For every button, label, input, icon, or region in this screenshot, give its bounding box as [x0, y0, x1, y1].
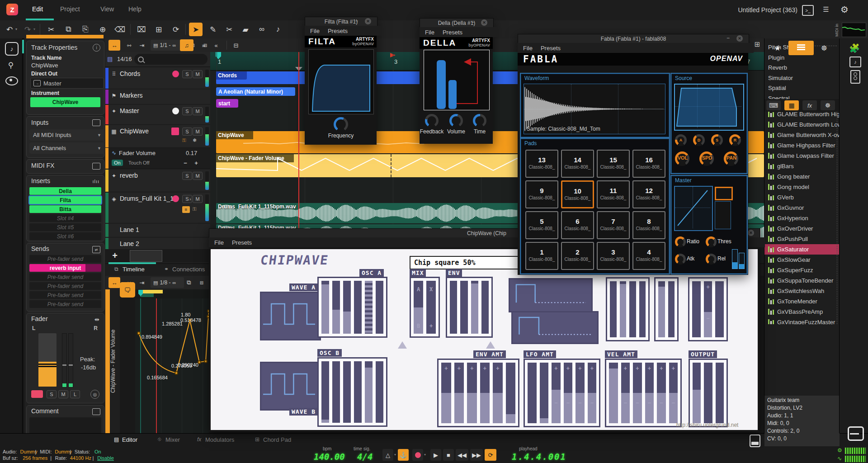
- vslider[interactable]: [609, 363, 618, 423]
- filter-midi-icon[interactable]: ☸: [821, 100, 835, 110]
- track-name-value[interactable]: ChipWave: [31, 62, 58, 69]
- menu-edit[interactable]: Edit: [32, 5, 43, 15]
- menu-file[interactable]: File: [214, 239, 224, 246]
- duplicate-button[interactable]: ⊕: [96, 23, 109, 36]
- scripting-terminal-icon[interactable]: >_: [802, 5, 814, 16]
- lock-icon[interactable]: ⚿: [193, 206, 199, 213]
- send-slot[interactable]: Pre-fader send: [29, 300, 101, 308]
- category-spatial[interactable]: Spatial: [768, 85, 786, 91]
- track-color-box[interactable]: [171, 128, 179, 135]
- editor-fit-button[interactable]: ↔: [108, 277, 120, 288]
- preset-selector[interactable]: Chip square 50%: [410, 256, 523, 269]
- bottomtab-modulators[interactable]: Modulators: [205, 436, 234, 443]
- edit-tool-button[interactable]: ✎: [206, 23, 220, 36]
- vslider[interactable]: [639, 281, 646, 337]
- track-search-input[interactable]: [134, 54, 208, 65]
- snap-setting-top[interactable]: ▤1/1 -∞: [151, 40, 184, 51]
- direct-out-selector[interactable]: →Master: [30, 78, 104, 89]
- vslider[interactable]: +: [454, 363, 464, 423]
- track-row-drums-full-kit-1-11[interactable]: ◈Drums_Full Kit 1_11SM›≡⚿: [105, 193, 210, 223]
- plugin-item-glame-lowpass-filter[interactable]: Glame Lowpass Filter: [764, 151, 840, 161]
- redo-button[interactable]: ↷: [21, 23, 34, 36]
- insert-slot[interactable]: Slot #6: [29, 232, 101, 240]
- track-inspector-icon[interactable]: ♪: [5, 42, 19, 56]
- vslider[interactable]: +: [441, 363, 451, 423]
- add-track-button[interactable]: +: [110, 250, 120, 260]
- record-indicator[interactable]: [172, 71, 179, 77]
- vslider[interactable]: [332, 361, 340, 423]
- undo-button[interactable]: ↶: [3, 23, 16, 36]
- knob-time[interactable]: [473, 114, 486, 128]
- vslider[interactable]: +: [467, 363, 477, 423]
- mute-button[interactable]: M: [193, 195, 203, 203]
- automation-remove-button[interactable]: −: [181, 160, 189, 166]
- timeline-zoom-icon[interactable]: ⇿: [123, 40, 135, 51]
- plugin-item-gxsuperfuzz[interactable]: GxSuperFuzz: [764, 265, 840, 275]
- vslider[interactable]: [506, 363, 516, 423]
- window-titlebar[interactable]: Fabla (Fabla #1) - fabla808: [518, 34, 749, 44]
- browser-tab-files-icon[interactable]: [788, 41, 814, 55]
- cut-tool-button[interactable]: ✂: [222, 23, 236, 36]
- menu-help[interactable]: Help: [128, 5, 142, 15]
- tab-connections[interactable]: Connections: [172, 266, 205, 273]
- automation-point[interactable]: [204, 359, 208, 363]
- menu-project[interactable]: Project: [60, 5, 80, 15]
- vslider[interactable]: X+: [426, 281, 436, 334]
- vslider[interactable]: +−: [657, 363, 666, 423]
- record-caret[interactable]: ▾: [424, 453, 426, 457]
- knob-adsr-r[interactable]: R: [729, 134, 741, 146]
- fader-l-button[interactable]: L: [70, 390, 80, 398]
- playhead-display[interactable]: 1.4.4.001: [512, 452, 566, 462]
- marker-start[interactable]: start: [216, 99, 238, 108]
- solo-button[interactable]: S: [182, 128, 192, 136]
- menu-file[interactable]: File: [310, 28, 320, 34]
- plugin-item-gxpushpull[interactable]: GxPushPull: [764, 234, 840, 244]
- vslider[interactable]: [528, 363, 537, 423]
- automation-point[interactable]: [137, 331, 141, 335]
- record-indicator[interactable]: [172, 108, 179, 114]
- plugin-item-glbars[interactable]: glBars: [764, 161, 840, 171]
- track-visibility-button[interactable]: ⊟: [230, 40, 242, 51]
- knob-atk[interactable]: [675, 254, 686, 265]
- plugin-item-gxsaturator[interactable]: GxSaturator: [764, 244, 840, 255]
- mute-button[interactable]: M: [193, 107, 203, 115]
- pad-14[interactable]: 14Classic-808_: [561, 150, 594, 178]
- window-minimize-icon[interactable]: −: [726, 36, 732, 41]
- plugin-item-gxguvnor[interactable]: GxGuvnor: [764, 203, 840, 213]
- select-tool-button[interactable]: ➤: [189, 23, 203, 36]
- plugin-item-glame-butterworth-hig[interactable]: GLAME Butterworth Hig: [764, 112, 840, 119]
- vslider[interactable]: [481, 281, 489, 334]
- window-minimize-icon[interactable]: −: [471, 20, 476, 25]
- freeze-snowflake-icon[interactable]: ❄: [193, 137, 199, 144]
- pad-7[interactable]: 7Classic-808_: [597, 211, 630, 239]
- track-row-master[interactable]: ✦MasterSM: [105, 105, 210, 125]
- tab-timeline[interactable]: Timeline: [123, 266, 145, 273]
- vslider[interactable]: +−: [552, 363, 561, 423]
- vslider[interactable]: [716, 363, 724, 423]
- plugin-item-gxswitchlesswah[interactable]: GxSwitchlessWah: [764, 286, 840, 296]
- record-indicator[interactable]: [172, 195, 179, 202]
- fader-track[interactable]: [38, 333, 57, 387]
- category-simulator[interactable]: Simulator: [768, 75, 793, 81]
- filter-effects-icon[interactable]: ▦: [784, 100, 799, 110]
- fader-s-button[interactable]: S: [47, 390, 57, 398]
- pad-5[interactable]: 5Classic-808_: [525, 211, 558, 239]
- vslider[interactable]: [540, 363, 549, 423]
- vslider[interactable]: [354, 361, 362, 423]
- vslider[interactable]: +−: [576, 363, 585, 423]
- plugin-item-gxtonemender[interactable]: GxToneMender: [764, 296, 840, 307]
- automation-mode-off[interactable]: Off: [141, 160, 151, 166]
- vslider[interactable]: [629, 281, 636, 337]
- menu-file[interactable]: File: [425, 29, 434, 36]
- fader-handle[interactable]: [38, 362, 57, 387]
- insert-slot[interactable]: Bitta: [29, 205, 101, 213]
- visibility-eye-icon[interactable]: [5, 76, 18, 85]
- window-close-icon[interactable]: ✕: [365, 18, 371, 24]
- vslider[interactable]: [620, 281, 627, 337]
- track-drop-box[interactable]: [130, 250, 162, 262]
- nudge-right-button[interactable]: »: [198, 40, 209, 51]
- menu-view[interactable]: View: [100, 5, 114, 15]
- track-row-reverb[interactable]: ✦reverbSM: [105, 170, 210, 192]
- knob-frequency[interactable]: [334, 117, 348, 132]
- pad-1[interactable]: 1Classic-808_: [525, 242, 558, 270]
